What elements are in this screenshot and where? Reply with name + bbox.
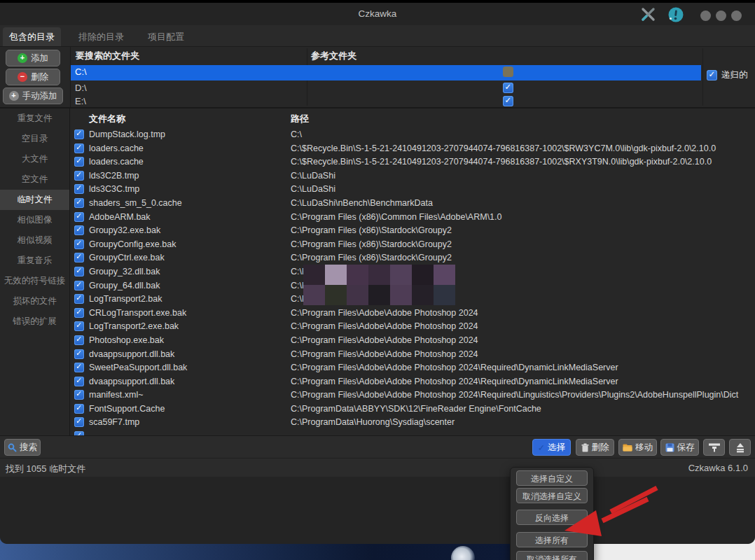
table-row[interactable]: FontSupport.CacheC:\ProgramData\ABBYY\SD…	[70, 402, 755, 416]
sidebar-item-9[interactable]: 损坏的文件	[0, 291, 69, 312]
directory-row[interactable]: D:\	[71, 81, 701, 94]
table-row[interactable]: loaders.cacheC:\$Recycle.Bin\S-1-5-21-24…	[70, 142, 755, 156]
row-checkbox[interactable]	[74, 130, 84, 139]
directory-row[interactable]: C:\	[71, 65, 701, 80]
recursive-label: 递归的	[721, 69, 748, 81]
manual-add-label: 手动添加	[22, 90, 57, 102]
directories-table: 要搜索的文件夹 参考文件夹 C:\D:\E:\ 递归的	[70, 47, 755, 107]
sidebar-item-8[interactable]: 无效的符号链接	[0, 271, 69, 291]
reference-checkbox[interactable]	[503, 83, 513, 93]
move-button[interactable]: 移动	[618, 439, 657, 456]
table-row[interactable]: GroupyConfig.exe.bakC:\Program Files (x8…	[70, 238, 755, 252]
mosaic-cell	[412, 265, 434, 285]
table-row[interactable]: SweetPeaSupport.dll.bakC:\Program Files\…	[70, 361, 755, 375]
row-checkbox[interactable]	[74, 321, 84, 331]
table-row[interactable]: shaders_sm_5_0.cacheC:\LuDaShi\nBench\Be…	[70, 197, 755, 211]
path-header: 路径	[291, 113, 309, 125]
row-checkbox[interactable]	[74, 267, 84, 276]
info-icon[interactable]	[667, 7, 684, 24]
table-row[interactable]: DumpStack.log.tmpC:\	[70, 128, 755, 142]
window-close-button[interactable]	[731, 10, 742, 21]
sidebar-item-6[interactable]: 相似视频	[0, 230, 69, 251]
directory-path: C:\	[75, 66, 87, 77]
table-row[interactable]: sca59F7.tmpC:\ProgramData\Huorong\Sysdia…	[70, 416, 755, 430]
sidebar-item-4[interactable]: 临时文件	[0, 190, 69, 210]
table-row[interactable]: manifest.xml~C:\Program Files\Adobe\Adob…	[70, 388, 755, 402]
search-folders-header: 要搜索的文件夹	[76, 50, 139, 62]
directory-row[interactable]: E:\	[71, 94, 701, 108]
mosaic-cell	[303, 285, 325, 305]
popup-item-4[interactable]: 取消选择所有	[516, 551, 588, 560]
file-path: C:\ProgramData\Huorong\Sysdiag\scenter	[291, 417, 455, 427]
window-minimize-button[interactable]	[700, 10, 711, 21]
row-checkbox[interactable]	[74, 157, 84, 167]
row-checkbox[interactable]	[74, 335, 84, 345]
row-checkbox[interactable]	[74, 171, 84, 181]
row-checkbox[interactable]	[74, 417, 84, 427]
remove-directory-button[interactable]: − 删除	[6, 69, 60, 85]
row-checkbox[interactable]	[74, 349, 84, 359]
table-row[interactable]: LogTransport2.exe.bakC:\Program Files\Ad…	[70, 320, 755, 334]
table-row[interactable]: Photoshop.exe.bakC:\Program Files\Adobe\…	[70, 334, 755, 348]
add-label: 添加	[31, 52, 48, 64]
table-row-partial[interactable]	[70, 430, 755, 435]
tab-0[interactable]: 包含的目录	[3, 27, 61, 46]
tab-1[interactable]: 排除的目录	[72, 27, 130, 46]
row-checkbox[interactable]	[74, 308, 84, 318]
mosaic-cell	[325, 265, 347, 285]
row-checkbox[interactable]	[74, 390, 84, 400]
file-name: Groupy_32.dll.bak	[89, 267, 160, 276]
sidebar-item-5[interactable]: 相似图像	[0, 210, 69, 230]
compare-button[interactable]	[729, 439, 751, 456]
table-row[interactable]: dvaappsupport.dll.bakC:\Program Files\Ad…	[70, 348, 755, 362]
table-row[interactable]: Groupy32.exe.bakC:\Program Files (x86)\S…	[70, 224, 755, 238]
file-name: LogTransport2.exe.bak	[89, 321, 179, 331]
row-checkbox[interactable]	[74, 239, 84, 249]
reference-checkbox[interactable]	[503, 66, 513, 77]
table-row[interactable]: dvaappsupport.dll.bakC:\Program Files\Ad…	[70, 375, 755, 389]
row-checkbox[interactable]	[74, 294, 84, 304]
table-row[interactable]: lds3C3C.tmpC:\LuDaShi	[70, 183, 755, 197]
file-path: C:\Program Files (x86)\Common Files\Adob…	[291, 212, 501, 222]
table-row[interactable]: loaders.cacheC:\$Recycle.Bin\S-1-5-21-24…	[70, 155, 755, 169]
row-checkbox[interactable]	[74, 377, 84, 386]
table-row[interactable]: AdobeARM.bakC:\Program Files (x86)\Commo…	[70, 211, 755, 225]
sidebar-item-0[interactable]: 重复文件	[0, 108, 69, 129]
row-checkbox[interactable]	[74, 225, 84, 235]
table-row[interactable]: GroupyCtrl.exe.bakC:\Program Files (x86)…	[70, 251, 755, 265]
save-button[interactable]: 保存	[660, 439, 699, 456]
file-name: lds3C2B.tmp	[89, 171, 139, 181]
file-path: C:\	[291, 130, 302, 139]
tools-icon[interactable]	[639, 7, 656, 22]
row-checkbox[interactable]	[74, 212, 84, 222]
row-checkbox[interactable]	[74, 363, 84, 372]
recursive-checkbox[interactable]	[707, 70, 717, 80]
sidebar-item-2[interactable]: 大文件	[0, 149, 69, 169]
row-checkbox[interactable]	[74, 144, 84, 153]
move-label: 移动	[635, 442, 653, 454]
mosaic-cell	[434, 285, 455, 305]
delete-button[interactable]: 删除	[576, 439, 614, 456]
manual-add-button[interactable]: + 手动添加	[3, 88, 63, 104]
sidebar-item-7[interactable]: 重复音乐	[0, 251, 69, 271]
file-name: Groupy32.exe.bak	[89, 225, 160, 235]
recursive-checkbox-group[interactable]: 递归的	[707, 69, 748, 81]
table-row[interactable]: CRLogTransport.exe.bakC:\Program Files\A…	[70, 307, 755, 321]
sidebar-item-3[interactable]: 空文件	[0, 169, 69, 190]
row-checkbox[interactable]	[74, 198, 84, 208]
row-checkbox[interactable]	[74, 184, 84, 194]
table-row[interactable]: lds3C2B.tmpC:\LuDaShi	[70, 169, 755, 183]
add-directory-button[interactable]: + 添加	[6, 50, 60, 66]
sort-button[interactable]	[703, 439, 725, 456]
select-button[interactable]: ✓ 选择	[532, 439, 571, 456]
row-checkbox[interactable]	[74, 281, 84, 290]
column-divider	[702, 48, 703, 106]
reference-checkbox[interactable]	[503, 96, 513, 106]
row-checkbox[interactable]	[74, 253, 84, 262]
window-maximize-button[interactable]	[716, 10, 726, 21]
sidebar-item-10[interactable]: 错误的扩展	[0, 312, 69, 332]
tab-2[interactable]: 项目配置	[141, 27, 191, 46]
row-checkbox[interactable]	[74, 404, 84, 414]
search-button[interactable]: 搜索	[4, 439, 41, 456]
sidebar-item-1[interactable]: 空目录	[0, 129, 69, 149]
